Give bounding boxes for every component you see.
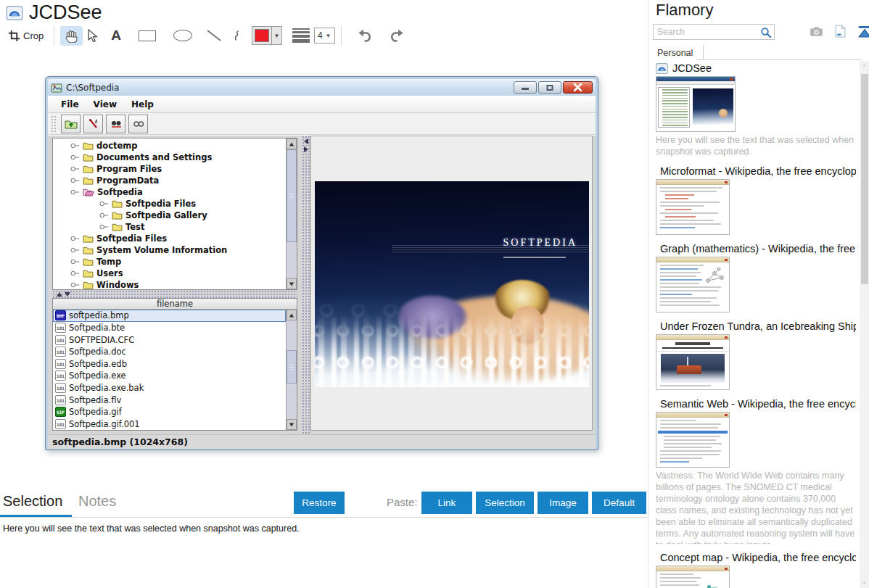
paste-default-button[interactable]: Default xyxy=(592,492,646,514)
file-row-selected[interactable]: BMPsoftpedia.bmp xyxy=(53,310,286,322)
paste-selection-button[interactable]: Selection xyxy=(476,492,534,514)
snapshot-item[interactable]: Graph (mathematics) - Wikipedia, the fre… xyxy=(656,243,856,312)
file-row[interactable]: 101Softpedia.gif.001 xyxy=(53,418,286,430)
tree-item[interactable]: Softpedia Gallery xyxy=(53,210,286,221)
snapshot-thumbnail[interactable] xyxy=(656,412,730,468)
scrollbar-thumb[interactable] xyxy=(287,350,297,384)
capture-camera-button[interactable] xyxy=(810,26,823,40)
line-width-dropdown[interactable]: 4▼ xyxy=(314,28,335,44)
cursor-icon xyxy=(87,29,98,43)
thumbnail-view-button[interactable] xyxy=(106,115,125,133)
scroll-up-arrow[interactable] xyxy=(287,310,297,320)
file-row[interactable]: 101Softpedia.edb xyxy=(53,357,286,370)
crop-button[interactable]: Crop xyxy=(4,28,48,44)
tree-item[interactable]: ProgramData xyxy=(53,175,286,186)
sidebar-scrollbar[interactable]: ⌃ ⌄ xyxy=(860,61,869,588)
menu-help[interactable]: Help xyxy=(125,98,160,111)
search-box[interactable] xyxy=(653,24,775,40)
tree-item[interactable]: Temp xyxy=(53,256,286,268)
highlighted-line xyxy=(658,431,728,434)
undo-button[interactable] xyxy=(352,25,377,46)
scroll-down-chevron[interactable]: ⌄ xyxy=(860,576,869,587)
window-titlebar[interactable]: C:\Softpedia xyxy=(48,79,596,96)
file-list-scrollbar[interactable] xyxy=(286,310,297,430)
file-row[interactable]: 101Softpedia.flv xyxy=(53,394,286,406)
folder-icon xyxy=(112,223,123,231)
snapshot-item[interactable]: Under Frozen Tundra, an Icebreaking Ship… xyxy=(656,320,856,390)
file-row[interactable]: 101SOFTPEDIA.CFC xyxy=(53,334,286,346)
snapshot-item[interactable]: JCDSee Here you will see the text that w… xyxy=(656,62,856,157)
scrollbar-thumb[interactable] xyxy=(861,74,868,284)
tree-item[interactable]: Users xyxy=(53,268,286,279)
parent-folder-button[interactable] xyxy=(61,115,81,133)
tools-button[interactable] xyxy=(83,115,103,133)
snapshot-thumbnail[interactable] xyxy=(656,179,730,235)
minimize-button[interactable] xyxy=(514,81,537,94)
scroll-up-chevron[interactable]: ⌃ xyxy=(860,62,869,73)
undo-icon xyxy=(356,28,373,43)
color-dropdown-arrow[interactable]: ▼ xyxy=(271,27,281,44)
text-tool-button[interactable]: A xyxy=(102,25,130,46)
toolbar-gripper[interactable] xyxy=(51,115,56,133)
file-row[interactable]: 101Softpedia.exe.bak xyxy=(53,382,286,394)
tree-item[interactable]: Documents and Settings xyxy=(53,152,286,163)
snapshot-thumbnail[interactable] xyxy=(656,257,730,312)
menu-view[interactable]: View xyxy=(88,98,123,111)
tree-item[interactable]: Program Files xyxy=(53,163,286,175)
snapshot-thumbnail[interactable] xyxy=(656,334,730,390)
tree-item[interactable]: doctemp xyxy=(53,140,286,152)
tree-item[interactable]: Softpedia Files xyxy=(53,233,286,244)
search-input[interactable] xyxy=(654,25,774,39)
scroll-up-arrow[interactable] xyxy=(287,138,297,149)
menu-file[interactable]: File xyxy=(55,98,85,111)
flamory-logo-button[interactable] xyxy=(857,25,869,41)
tree-item-expanded[interactable]: Softpedia xyxy=(53,186,286,198)
jcdsee-app-icon xyxy=(6,6,23,20)
ellipse-tool-button[interactable] xyxy=(165,27,201,44)
new-note-button[interactable] xyxy=(835,25,846,41)
splitter-right-icon[interactable] xyxy=(304,146,308,152)
snapshot-item[interactable]: Microformat - Wikipedia, the free encycl… xyxy=(656,165,856,235)
snapshot-thumbnail[interactable] xyxy=(656,566,730,588)
tab-selection[interactable]: Selection xyxy=(3,493,62,510)
tab-notes[interactable]: Notes xyxy=(78,493,116,510)
file-list-header[interactable]: filename xyxy=(53,299,297,310)
horizontal-splitter[interactable] xyxy=(52,290,297,298)
preview-toggle-button[interactable] xyxy=(128,115,148,133)
freehand-tool-button[interactable] xyxy=(227,25,246,46)
scroll-down-arrow[interactable] xyxy=(287,419,297,430)
select-tool-button[interactable] xyxy=(83,26,102,46)
redo-button[interactable] xyxy=(384,25,410,46)
rectangle-tool-button[interactable] xyxy=(130,28,165,44)
scroll-down-arrow[interactable] xyxy=(287,278,297,289)
search-icon[interactable] xyxy=(760,27,772,41)
paste-image-button[interactable]: Image xyxy=(538,492,588,514)
snapshot-item[interactable]: Semantic Web - Wikipedia, the free encyc… xyxy=(656,398,856,544)
maximize-button[interactable] xyxy=(538,81,561,94)
vertical-splitter[interactable] xyxy=(302,136,310,435)
restore-button[interactable]: Restore xyxy=(294,492,345,514)
file-row[interactable]: 101Softpedia.bte xyxy=(53,322,286,334)
tree-item[interactable]: Softpedia Files xyxy=(53,198,286,210)
file-row[interactable]: GIFSoftpedia.gif xyxy=(53,406,286,418)
hand-tool-button[interactable] xyxy=(60,26,83,46)
generic-file-icon: 101 xyxy=(55,347,66,357)
splitter-down-icon[interactable] xyxy=(65,292,70,297)
paste-link-button[interactable]: Link xyxy=(421,492,472,514)
splitter-up-icon[interactable] xyxy=(57,292,62,297)
file-row[interactable]: 101Softpedia.doc xyxy=(53,346,286,358)
tree-item[interactable]: Test xyxy=(53,221,286,233)
close-button[interactable] xyxy=(563,81,593,94)
file-row[interactable]: 101Softpedia.exe xyxy=(53,370,286,382)
tab-personal[interactable]: Personal xyxy=(653,45,704,60)
tree-item[interactable]: System Volume Information xyxy=(53,244,286,256)
splitter-left-icon[interactable] xyxy=(304,138,308,144)
snapshot-thumbnail[interactable] xyxy=(656,76,736,132)
color-picker[interactable]: ▼ xyxy=(252,26,282,45)
tree-scrollbar[interactable] xyxy=(286,138,297,289)
line-tool-button[interactable] xyxy=(201,25,227,46)
snapshot-item[interactable]: Concept map - Wikipedia, the free encycl… xyxy=(656,552,856,588)
preview-image[interactable]: SOFTPEDIA xyxy=(315,181,589,387)
scrollbar-thumb[interactable] xyxy=(287,149,297,242)
tree-item[interactable]: Windows xyxy=(53,279,286,289)
